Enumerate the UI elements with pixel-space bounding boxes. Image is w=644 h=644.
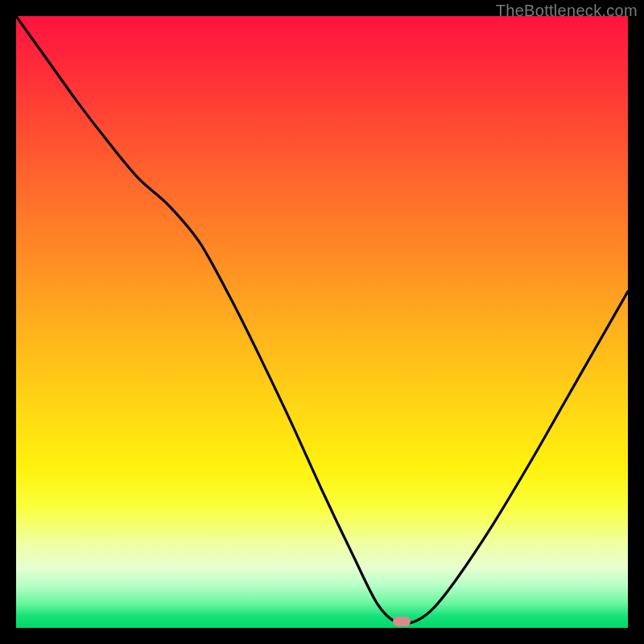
bottleneck-curve [16,16,628,628]
chart-frame: TheBottleneck.com [0,0,644,644]
watermark-text: TheBottleneck.com [496,2,638,20]
optimal-marker [393,617,411,626]
plot-area [16,16,628,628]
